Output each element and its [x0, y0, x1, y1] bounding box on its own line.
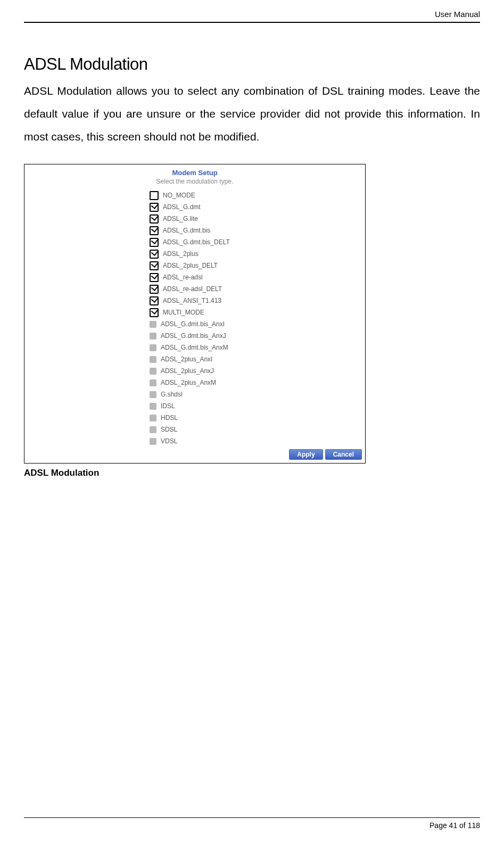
checkbox-icon[interactable] — [150, 368, 156, 375]
option-label: ADSL_G.dmt — [163, 203, 201, 211]
option-label: ADSL_G.dmt.bis_DELT — [163, 238, 230, 246]
option-row: NO_MODE — [150, 189, 365, 201]
checkbox-icon[interactable] — [150, 321, 156, 328]
option-label: ADSL_2plus_AnxI — [161, 355, 212, 363]
checkbox-icon[interactable] — [150, 415, 156, 421]
option-row: ADSL_ANSI_T1.413 — [150, 295, 365, 307]
option-label: ADSL_G.dmt.bis — [163, 227, 210, 234]
option-label: G.shdsl — [161, 391, 183, 398]
option-row: ADSL_G.dmt.bis_AnxI — [150, 318, 365, 330]
option-row: ADSL_2plus_DELT — [150, 260, 365, 271]
option-row: ADSL_re-adsl — [150, 271, 365, 283]
option-row: SDSL — [150, 424, 365, 435]
checkbox-icon[interactable] — [150, 426, 156, 433]
checkbox-icon[interactable] — [150, 226, 159, 235]
option-label: ADSL_re-adsl — [163, 274, 203, 281]
header-divider — [24, 22, 480, 23]
option-label: VDSL — [161, 437, 177, 445]
checkbox-icon[interactable] — [150, 203, 159, 212]
checkbox-icon[interactable] — [150, 379, 156, 386]
checkbox-icon[interactable] — [150, 296, 159, 305]
option-row: HDSL — [150, 412, 365, 424]
section-intro: ADSL Modulation allows you to select any… — [24, 79, 480, 148]
checkbox-icon[interactable] — [150, 391, 156, 398]
page-number: Page 41 of 118 — [24, 821, 480, 830]
checkbox-icon[interactable] — [150, 261, 159, 270]
option-label: ADSL_G.dmt.bis_AnxM — [161, 344, 228, 351]
option-label: ADSL_G.lite — [163, 215, 198, 222]
figure-caption: ADSL Modulation — [24, 468, 480, 478]
option-row: ADSL_2plus_AnxI — [150, 353, 365, 365]
checkbox-icon[interactable] — [150, 250, 159, 259]
option-label: ADSL_2plus_AnxJ — [161, 367, 214, 375]
header-doc-title: User Manual — [24, 10, 480, 19]
checkbox-icon[interactable] — [150, 273, 159, 282]
checkbox-icon[interactable] — [150, 344, 156, 351]
option-label: ADSL_2plus_DELT — [163, 262, 218, 269]
checkbox-icon[interactable] — [150, 403, 156, 410]
option-row: VDSL — [150, 435, 365, 447]
checkbox-icon[interactable] — [150, 333, 156, 340]
option-row: ADSL_G.lite — [150, 213, 365, 225]
option-label: IDSL — [161, 402, 175, 410]
option-label: SDSL — [161, 426, 177, 433]
option-label: ADSL_G.dmt.bis_AnxI — [161, 320, 225, 328]
option-label: MULTI_MODE — [163, 309, 204, 316]
panel-title: Modem Setup — [24, 169, 365, 177]
option-row: IDSL — [150, 400, 365, 412]
option-row: ADSL_2plus — [150, 248, 365, 260]
checkbox-icon[interactable] — [150, 308, 159, 317]
checkbox-icon[interactable] — [150, 285, 159, 294]
apply-button[interactable]: Apply — [289, 449, 323, 460]
option-row: ADSL_G.dmt — [150, 201, 365, 213]
option-label: ADSL_G.dmt.bis_AnxJ — [161, 332, 226, 340]
checkbox-icon[interactable] — [150, 214, 159, 224]
page-footer: Page 41 of 118 — [24, 817, 480, 830]
option-row: ADSL_2plus_AnxM — [150, 377, 365, 388]
option-label: ADSL_ANSI_T1.413 — [163, 297, 221, 304]
option-row: MULTI_MODE — [150, 307, 365, 318]
checkbox-icon[interactable] — [150, 238, 159, 247]
option-row: G.shdsl — [150, 388, 365, 400]
footer-divider — [24, 817, 480, 818]
options-list: NO_MODEADSL_G.dmtADSL_G.liteADSL_G.dmt.b… — [150, 189, 365, 447]
option-row: ADSL_2plus_AnxJ — [150, 365, 365, 377]
checkbox-icon[interactable] — [150, 356, 156, 363]
option-row: ADSL_G.dmt.bis_AnxJ — [150, 330, 365, 342]
option-label: HDSL — [161, 414, 178, 421]
section-title: ADSL Modulation — [24, 55, 480, 74]
panel-subtitle: Select the modulation type. — [24, 178, 365, 185]
checkbox-icon[interactable] — [150, 438, 156, 445]
option-row: ADSL_G.dmt.bis_AnxM — [150, 342, 365, 353]
option-row: ADSL_G.dmt.bis_DELT — [150, 236, 365, 248]
option-row: ADSL_re-adsl_DELT — [150, 283, 365, 295]
option-label: ADSL_2plus_AnxM — [161, 379, 216, 386]
option-label: NO_MODE — [163, 192, 195, 199]
option-label: ADSL_re-adsl_DELT — [163, 285, 222, 293]
checkbox-icon[interactable] — [150, 191, 159, 200]
option-label: ADSL_2plus — [163, 250, 199, 258]
button-bar: Apply Cancel — [289, 449, 362, 460]
option-row: ADSL_G.dmt.bis — [150, 225, 365, 236]
modem-setup-panel: Modem Setup Select the modulation type. … — [24, 164, 366, 464]
cancel-button[interactable]: Cancel — [325, 449, 362, 460]
